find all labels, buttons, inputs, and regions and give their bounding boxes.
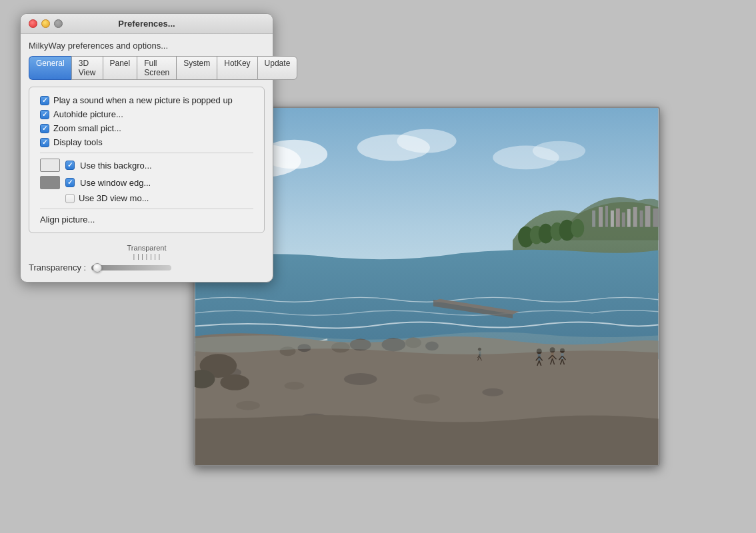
tab-3dview[interactable]: 3D View [71, 56, 103, 80]
align-row: Align picture... [40, 215, 253, 225]
tick-6: | [155, 253, 156, 260]
label-display-tools: Display tools [53, 137, 103, 147]
close-button[interactable] [29, 19, 37, 28]
svg-rect-11 [653, 209, 658, 227]
svg-point-34 [220, 374, 249, 390]
tab-system[interactable]: System [176, 56, 217, 80]
checkbox-zoom-small[interactable] [40, 124, 49, 133]
checkbox-use-background[interactable] [65, 161, 75, 170]
bg-row-use-window-edge: Use window edg... [40, 176, 253, 189]
tick-2: | [137, 253, 139, 260]
label-play-sound: Play a sound when a new picture is poppe… [53, 95, 233, 105]
tab-general[interactable]: General [29, 56, 71, 80]
bg-row-use-background: Use this backgro... [40, 159, 253, 172]
transparency-label-row: Transparent [29, 244, 265, 252]
svg-point-24 [482, 388, 503, 396]
checkbox-autohide[interactable] [40, 110, 49, 119]
tick-1: | [133, 253, 135, 260]
tab-update[interactable]: Update [257, 56, 298, 80]
swatch-light[interactable] [40, 159, 60, 172]
zoom-button[interactable] [54, 19, 63, 28]
checkbox-row-use-3d-view: Use 3D view mo... [40, 193, 253, 203]
tab-fullscreen[interactable]: Full Screen [137, 56, 176, 80]
tab-panel[interactable]: Panel [103, 56, 137, 80]
checkbox-row-display-tools: Display tools [40, 137, 253, 147]
svg-rect-7 [627, 209, 631, 227]
separator-2 [40, 209, 253, 209]
tick-3: | [141, 253, 143, 260]
label-use-background: Use this backgro... [80, 161, 152, 171]
svg-rect-4 [611, 211, 614, 227]
window-title: Preferences... [118, 19, 175, 29]
checkbox-display-tools[interactable] [40, 138, 49, 147]
svg-point-23 [413, 394, 440, 404]
swatch-dark[interactable] [40, 176, 60, 189]
transparency-key-label: Transparency : [29, 263, 86, 272]
checkbox-use-3d-view[interactable] [65, 194, 75, 203]
title-bar: Preferences... [21, 14, 273, 34]
preferences-window: Preferences... MilkyWay preferences and … [20, 13, 273, 282]
separator [40, 153, 253, 153]
tab-hotkey[interactable]: HotKey [217, 56, 257, 80]
traffic-lights [29, 19, 63, 28]
svg-point-64 [533, 141, 585, 161]
transparency-slider[interactable] [91, 265, 171, 270]
checkbox-use-window-edge[interactable] [65, 178, 75, 187]
checkbox-play-sound[interactable] [40, 96, 49, 105]
label-use-3d-view: Use 3D view mo... [79, 193, 149, 203]
checkbox-row-autohide: Autohide picture... [40, 109, 253, 119]
minimize-button[interactable] [41, 19, 50, 28]
svg-rect-9 [640, 211, 643, 227]
general-panel: Play a sound when a new picture is poppe… [29, 87, 265, 233]
svg-point-62 [397, 129, 456, 153]
label-zoom-small: Zoom small pict... [53, 123, 121, 133]
tick-5: | [150, 253, 151, 260]
transparent-label: Transparent [127, 244, 167, 252]
svg-rect-2 [599, 207, 603, 227]
transparency-ticks: | | | | | | | [29, 253, 265, 260]
transparency-section: Transparent | | | | | | | Transparency : [29, 240, 265, 272]
tick-4: | [146, 253, 147, 260]
svg-rect-8 [633, 207, 637, 227]
label-autohide: Autohide picture... [53, 109, 123, 119]
svg-rect-3 [605, 206, 608, 227]
svg-rect-6 [622, 213, 625, 227]
svg-point-21 [236, 401, 260, 410]
svg-rect-5 [616, 209, 620, 227]
checkbox-row-zoom-small: Zoom small pict... [40, 123, 253, 133]
window-subtitle: MilkyWay preferences and options... [29, 41, 265, 51]
tab-bar: General 3D View Panel Full Screen System… [29, 56, 265, 80]
svg-point-19 [285, 382, 305, 390]
svg-rect-10 [645, 206, 651, 227]
svg-point-17 [571, 219, 584, 238]
svg-rect-1 [592, 211, 595, 227]
align-label: Align picture... [40, 215, 95, 225]
label-use-window-edge: Use window edg... [80, 178, 151, 188]
slider-thumb[interactable] [93, 263, 102, 272]
checkbox-row-play-sound: Play a sound when a new picture is poppe… [40, 95, 253, 105]
transparency-row: Transparency : [29, 263, 265, 272]
window-body: MilkyWay preferences and options... Gene… [21, 34, 273, 282]
svg-point-20 [344, 373, 377, 385]
tick-7: | [159, 253, 160, 260]
